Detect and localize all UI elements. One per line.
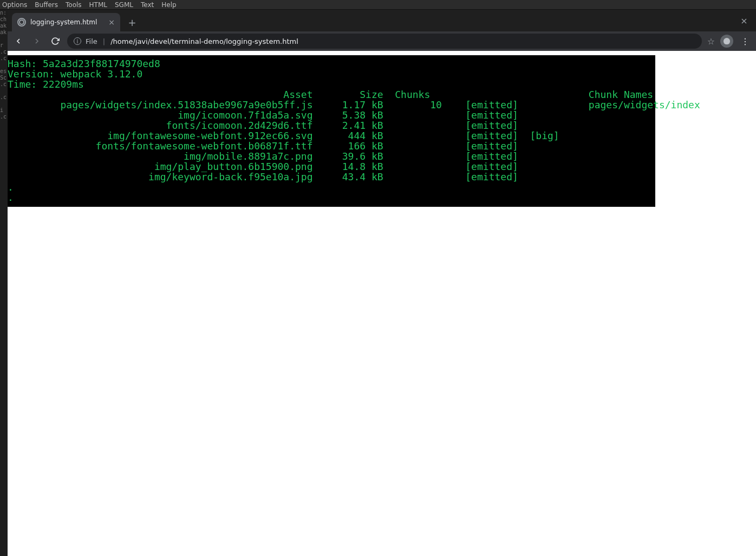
emacs-menu-item[interactable]: HTML bbox=[89, 1, 107, 9]
globe-icon bbox=[17, 18, 26, 27]
background-editor-gutter: n: ch ak ak r .c .c es Sc .c .c i .c bbox=[0, 10, 8, 556]
back-button[interactable] bbox=[12, 35, 25, 48]
profile-avatar[interactable] bbox=[720, 35, 733, 48]
menu-kebab-icon[interactable]: ⋮ bbox=[739, 36, 752, 47]
emacs-menu-item[interactable]: Options bbox=[2, 1, 27, 9]
url-scheme: File bbox=[86, 37, 97, 45]
tab-strip: logging-system.html × + × bbox=[8, 10, 756, 31]
bookmark-star-icon[interactable]: ☆ bbox=[707, 36, 715, 47]
emacs-menu-item[interactable]: Tools bbox=[66, 1, 82, 9]
new-tab-button[interactable]: + bbox=[125, 15, 140, 30]
url-path: /home/javi/devel/terminal-demo/logging-s… bbox=[110, 37, 298, 45]
emacs-menu-item[interactable]: SGML bbox=[115, 1, 133, 9]
window-close-button[interactable]: × bbox=[737, 13, 752, 28]
emacs-menu-item[interactable]: Text bbox=[141, 1, 154, 9]
browser-tab[interactable]: logging-system.html × bbox=[12, 13, 120, 31]
address-bar[interactable]: i File | /home/javi/devel/terminal-demo/… bbox=[67, 34, 702, 49]
emacs-menubar[interactable]: OptionsBuffersToolsHTMLSGMLTextHelp bbox=[0, 0, 756, 10]
tab-close-icon[interactable]: × bbox=[108, 18, 115, 27]
chrome-window: logging-system.html × + × i File | /home… bbox=[8, 10, 756, 556]
reload-button[interactable] bbox=[49, 35, 62, 48]
browser-toolbar: i File | /home/javi/devel/terminal-demo/… bbox=[8, 31, 756, 51]
emacs-menu-item[interactable]: Buffers bbox=[35, 1, 58, 9]
info-icon[interactable]: i bbox=[74, 37, 81, 45]
url-separator: | bbox=[103, 37, 105, 45]
terminal-output: Hash: 5a2a3d23f88174970ed8 Version: webp… bbox=[8, 55, 655, 207]
forward-button[interactable] bbox=[30, 35, 43, 48]
page-viewport[interactable]: Hash: 5a2a3d23f88174970ed8 Version: webp… bbox=[8, 51, 756, 556]
emacs-menu-item[interactable]: Help bbox=[161, 1, 176, 9]
tab-title: logging-system.html bbox=[30, 18, 97, 26]
